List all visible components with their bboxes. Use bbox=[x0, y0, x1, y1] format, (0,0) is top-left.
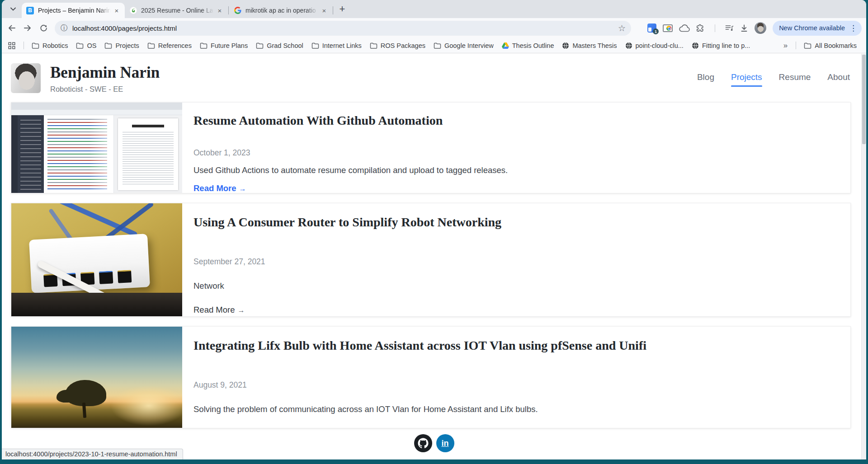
project-date: October 1, 2023 bbox=[193, 148, 834, 158]
all-bookmarks-button[interactable]: All Bookmarks bbox=[800, 40, 861, 52]
tab-separator bbox=[333, 6, 333, 14]
address-bar[interactable]: ⓘ localhost:4000/pages/projects.html ☆ bbox=[55, 21, 631, 36]
project-thumbnail-router-photo bbox=[11, 203, 182, 316]
thumb-sun-glow bbox=[110, 385, 182, 426]
project-date: September 27, 2021 bbox=[193, 257, 834, 267]
reload-button[interactable] bbox=[36, 21, 51, 35]
reload-icon bbox=[40, 24, 47, 32]
site-favicon-icon: B bbox=[26, 7, 34, 14]
tab-mikrotik-search[interactable]: mikrotik ap ac in operatio × bbox=[229, 3, 332, 18]
chrome-window-extension-icon[interactable] bbox=[663, 24, 673, 32]
forward-button[interactable] bbox=[20, 21, 35, 35]
bookmark-star-icon[interactable]: ☆ bbox=[617, 23, 627, 33]
bookmark-folder-grad-school[interactable]: Grad School bbox=[252, 40, 307, 52]
toolbar-actions: 1 New Chrome available ⋮ bbox=[647, 21, 862, 36]
folder-icon bbox=[200, 42, 208, 49]
project-thumbnail-tree-sunset bbox=[11, 327, 182, 428]
globe-icon bbox=[625, 42, 632, 49]
bookmark-folder-future-plans[interactable]: Future Plans bbox=[196, 40, 252, 52]
bookmarks-overflow-icon[interactable]: » bbox=[779, 41, 792, 50]
read-more-link[interactable]: Read More→ bbox=[193, 305, 834, 315]
extension-icon[interactable]: 1 bbox=[647, 23, 656, 33]
project-title: Integrating Lifx Bulb with Home Assistan… bbox=[193, 338, 834, 353]
tab-search-button[interactable] bbox=[6, 2, 20, 16]
github-icon[interactable] bbox=[414, 434, 432, 452]
media-controls-icon[interactable] bbox=[725, 24, 734, 32]
overleaf-favicon-icon bbox=[129, 7, 137, 14]
thumb-resume-page bbox=[118, 118, 178, 190]
thumb-desk-shadow bbox=[11, 293, 182, 316]
profile-photo bbox=[11, 63, 41, 93]
project-card-body: Integrating Lifx Bulb with Home Assistan… bbox=[182, 327, 850, 428]
nav-link-projects[interactable]: Projects bbox=[731, 72, 762, 87]
chevron-down-icon bbox=[10, 7, 16, 11]
site-header: Benjamin Narin Roboticist - SWE - EE Blo… bbox=[2, 53, 866, 102]
tab-overleaf-resume[interactable]: 2025 Resume - Online La × bbox=[125, 3, 228, 18]
thumb-resume-title bbox=[132, 125, 164, 127]
bookmark-label: Masters Thesis bbox=[572, 42, 617, 49]
bookmark-folder-google-interview[interactable]: Google Interview bbox=[429, 40, 498, 52]
chrome-update-label: New Chrome available bbox=[779, 24, 845, 32]
bookmark-fitting-line[interactable]: Fitting line to p... bbox=[688, 40, 754, 52]
linkedin-glyph: in bbox=[442, 439, 449, 448]
cloud-extension-icon[interactable] bbox=[679, 24, 690, 32]
thumb-file-explorer bbox=[18, 115, 44, 193]
page-scrollbar[interactable] bbox=[861, 54, 866, 459]
nav-link-resume[interactable]: Resume bbox=[779, 72, 811, 87]
extension-badge: 1 bbox=[653, 28, 659, 34]
bookmark-folder-robotics[interactable]: Robotics bbox=[28, 40, 72, 52]
thumb-pdf-preview bbox=[113, 115, 182, 193]
apps-grid-icon[interactable] bbox=[8, 42, 15, 49]
linkedin-icon[interactable]: in bbox=[436, 434, 454, 452]
tab-separator bbox=[228, 6, 229, 14]
globe-icon bbox=[692, 42, 699, 49]
bookmark-folder-internet-links[interactable]: Internet Links bbox=[307, 40, 366, 52]
extensions-puzzle-icon[interactable] bbox=[696, 24, 705, 33]
bookmark-label: Fitting line to p... bbox=[702, 42, 750, 49]
tab-projects[interactable]: B Projects – Benjamin Narin × bbox=[22, 3, 125, 18]
nav-link-about[interactable]: About bbox=[827, 72, 850, 87]
bookmark-masters-thesis[interactable]: Masters Thesis bbox=[558, 40, 621, 52]
bookmark-folder-ros-packages[interactable]: ROS Packages bbox=[366, 40, 429, 52]
bookmark-folder-references[interactable]: References bbox=[143, 40, 196, 52]
scrollbar-thumb[interactable] bbox=[862, 55, 866, 144]
bookmark-label: Grad School bbox=[267, 42, 303, 49]
bookmark-folder-projects[interactable]: Projects bbox=[100, 40, 143, 52]
new-tab-button[interactable]: + bbox=[335, 2, 349, 16]
folder-icon bbox=[76, 42, 84, 49]
site-tagline: Roboticist - SWE - EE bbox=[50, 85, 160, 94]
bookmark-label: References bbox=[158, 42, 192, 49]
folder-icon bbox=[370, 42, 377, 49]
profile-avatar[interactable] bbox=[755, 22, 766, 34]
folder-icon bbox=[804, 42, 811, 49]
read-more-link[interactable]: Read More→ bbox=[193, 183, 834, 193]
site-info-icon[interactable]: ⓘ bbox=[61, 23, 68, 33]
back-button[interactable] bbox=[5, 21, 19, 35]
tab-title: 2025 Resume - Online La bbox=[141, 7, 215, 14]
project-description: Network bbox=[193, 281, 834, 291]
right-arrow-icon: → bbox=[238, 306, 245, 314]
forward-arrow-icon bbox=[24, 24, 32, 32]
browser-menu-icon[interactable]: ⋮ bbox=[848, 23, 859, 33]
bookmark-label: Robotics bbox=[42, 42, 68, 49]
tab-close-button[interactable]: × bbox=[215, 6, 224, 15]
address-url: localhost:4000/pages/projects.html bbox=[72, 24, 177, 32]
thumb-resume-lines bbox=[123, 132, 174, 185]
project-card-router-networking: Using A Consumer Router to Simplify Robo… bbox=[11, 203, 851, 317]
tab-close-button[interactable]: × bbox=[112, 6, 121, 15]
tab-close-button[interactable]: × bbox=[320, 6, 329, 15]
project-description: Solving the problem of communicating acr… bbox=[193, 404, 834, 414]
back-arrow-icon bbox=[8, 24, 16, 32]
bookmark-label: Internet Links bbox=[322, 42, 362, 49]
nav-link-blog[interactable]: Blog bbox=[697, 72, 714, 87]
chrome-update-button[interactable]: New Chrome available ⋮ bbox=[773, 21, 862, 36]
project-title: Resume Automation With Github Automation bbox=[193, 113, 834, 128]
site-identity: Benjamin Narin Roboticist - SWE - EE bbox=[50, 63, 160, 94]
downloads-icon[interactable] bbox=[740, 24, 748, 32]
bookmark-thesis-outline[interactable]: Thesis Outline bbox=[498, 40, 558, 52]
bookmark-point-cloud[interactable]: point-cloud-clu... bbox=[621, 40, 688, 52]
thumb-toolbar bbox=[11, 110, 182, 115]
bookmark-label: point-cloud-clu... bbox=[636, 42, 684, 49]
bookmark-folder-os[interactable]: OS bbox=[72, 40, 100, 52]
bookmarks-bar: Robotics OS Projects References Future P… bbox=[2, 38, 866, 53]
